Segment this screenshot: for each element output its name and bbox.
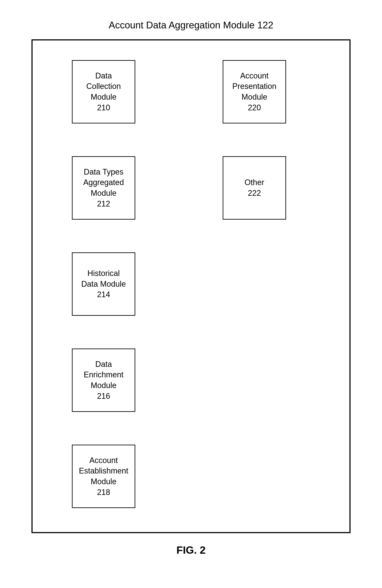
other-module-box: Other 222 xyxy=(223,156,286,220)
outer-container-box: Data Collection Module 210 Data Types Ag… xyxy=(31,39,351,533)
box-line: Data xyxy=(95,359,112,370)
box-line: Data Types xyxy=(84,167,123,177)
account-establishment-module-box: Account Establishment Module 218 xyxy=(72,445,135,508)
box-line: Data xyxy=(95,71,112,81)
figure-label: FIG. 2 xyxy=(26,544,356,556)
box-line: Account xyxy=(89,455,118,466)
box-line: Module xyxy=(91,380,116,391)
data-enrichment-module-box: Data Enrichment Module 216 xyxy=(72,349,135,412)
box-line: Module xyxy=(91,188,116,199)
box-line: Module xyxy=(91,92,116,103)
data-types-aggregated-module-box: Data Types Aggregated Module 212 xyxy=(72,156,135,220)
box-line: 222 xyxy=(248,188,261,199)
box-line: Collection xyxy=(86,81,121,92)
box-line: Module xyxy=(241,92,267,103)
box-line: 218 xyxy=(97,487,110,498)
box-line: 210 xyxy=(97,103,110,113)
diagram-title: Account Data Aggregation Module 122 xyxy=(26,20,356,31)
historical-data-module-box: Historical Data Module 214 xyxy=(72,252,135,316)
box-line: Data Module xyxy=(81,279,126,290)
box-line: Module xyxy=(91,476,116,487)
box-line: 212 xyxy=(97,199,110,209)
diagram-page: Account Data Aggregation Module 122 Data… xyxy=(0,0,382,588)
box-line: 216 xyxy=(97,391,110,402)
data-collection-module-box: Data Collection Module 210 xyxy=(72,60,135,124)
box-line: 220 xyxy=(248,103,261,113)
box-line: Aggregated xyxy=(83,177,124,188)
box-line: Presentation xyxy=(232,81,276,92)
box-line: Other xyxy=(245,177,264,188)
box-line: Account xyxy=(240,71,269,81)
box-line: Establishment xyxy=(79,466,128,476)
box-line: Historical xyxy=(87,268,120,279)
account-presentation-module-box: Account Presentation Module 220 xyxy=(223,60,286,124)
box-line: 214 xyxy=(97,289,110,300)
box-line: Enrichment xyxy=(84,370,124,380)
